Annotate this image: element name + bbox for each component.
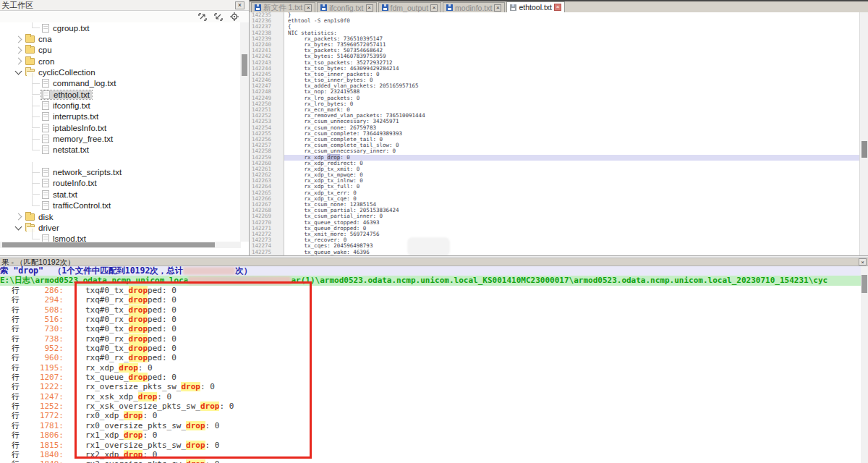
editor-line[interactable]: 142236ethtool -S enp1s0f0 bbox=[250, 18, 859, 24]
result-text: tx_queue_dropped: 0 bbox=[85, 373, 176, 382]
result-line-number: 738: bbox=[19, 334, 64, 344]
collapse-all-icon[interactable] bbox=[214, 13, 223, 21]
result-row[interactable]: 行516:rxq#0_rx_dropped: 0 bbox=[0, 315, 859, 324]
match-post: : 0 bbox=[205, 459, 220, 463]
result-text: rxq#0_rx_dropped: 0 bbox=[85, 315, 176, 324]
tab-label: 新文件 1.txt bbox=[263, 3, 302, 13]
result-file-path[interactable]: E:\日志\armod0523.odata.ncmp.unicom.locaar… bbox=[0, 276, 868, 286]
results-vscrollbar[interactable] bbox=[861, 266, 868, 463]
chevron-right-icon[interactable] bbox=[15, 213, 22, 221]
result-row[interactable]: 行738:rxq#0_rx_dropped: 0 bbox=[0, 334, 859, 344]
tree-vscrollbar[interactable] bbox=[240, 22, 249, 242]
locate-file-icon[interactable] bbox=[230, 12, 239, 21]
search-match: drop bbox=[138, 392, 158, 402]
editor-line[interactable]: 142237{ bbox=[250, 24, 859, 30]
scrollbar-thumb[interactable] bbox=[861, 275, 867, 293]
result-row[interactable]: 行1772:rx0_xdp_drop: 0 bbox=[0, 411, 859, 420]
editor-line-text: tx_xmit_more: 569724756 bbox=[284, 232, 859, 237]
row-prefix-label: 行 bbox=[0, 363, 19, 373]
result-row[interactable]: 行1247:rx_xsk_xdp_drop: 0 bbox=[0, 392, 859, 402]
result-row[interactable]: 行960:rxq#0_rx_dropped: 0 bbox=[0, 353, 859, 362]
editor-vscrollbar[interactable] bbox=[859, 12, 868, 255]
workspace-titlebar: 关工作区 × bbox=[0, 0, 249, 11]
chevron-down-icon[interactable] bbox=[15, 223, 22, 230]
tree-connector bbox=[32, 195, 40, 206]
match-post: : 0 bbox=[205, 421, 220, 430]
tree-selected-item[interactable]: ethtool.txt bbox=[41, 90, 92, 99]
result-row[interactable]: 行1195:rx_xdp_drop: 0 bbox=[0, 363, 859, 373]
result-row[interactable]: 行1207:tx_queue_dropped: 0 bbox=[0, 373, 859, 382]
row-prefix-label: 行 bbox=[0, 334, 19, 344]
workspace-panel: 关工作区 × cgroup.txtcnacpucroncyclicCollect… bbox=[0, 0, 250, 255]
match-post: ped: 0 bbox=[148, 305, 176, 315]
expand-all-icon[interactable] bbox=[198, 13, 207, 21]
close-icon[interactable]: × bbox=[554, 4, 561, 11]
tree-item-label: stat.txt bbox=[53, 190, 77, 199]
result-row[interactable]: 行1222:rx_oversize_pkts_sw_drop: 0 bbox=[0, 382, 859, 391]
editor-line-text: rx_lro_packets: 0 bbox=[284, 95, 859, 101]
editor-pane[interactable]: 142235}142236ethtool -S enp1s0f0142237{1… bbox=[250, 12, 859, 255]
sidebar-item-disk[interactable]: disk bbox=[0, 211, 241, 222]
tab--1.txt[interactable]: 新文件 1.txt× bbox=[251, 2, 315, 12]
scrollbar-thumb[interactable] bbox=[861, 141, 867, 158]
tree-item-label: netstat.txt bbox=[53, 145, 89, 154]
tree-item-label: cna bbox=[38, 35, 52, 43]
close-icon[interactable]: × bbox=[305, 4, 312, 12]
sidebar-item-cpu[interactable]: cpu bbox=[0, 45, 241, 56]
result-line-number: 730: bbox=[19, 324, 64, 334]
result-row[interactable]: 行508:txq#0_tx_dropped: 0 bbox=[0, 305, 859, 315]
sidebar-item-netstat.txt[interactable]: netstat.txt bbox=[0, 145, 241, 156]
tab-ethtool.txt[interactable]: ethtool.txt× bbox=[506, 1, 565, 12]
result-text: txq#0_tx_dropped: 0 bbox=[85, 286, 176, 295]
tree-item-label: iptablesInfo.txt bbox=[53, 124, 106, 132]
file-icon bbox=[42, 24, 49, 33]
tree-connector bbox=[32, 229, 40, 239]
result-row[interactable]: 行1806:rx1_xdp_drop: 0 bbox=[0, 430, 859, 440]
chevron-right-icon[interactable] bbox=[15, 46, 22, 54]
sidebar-item-cgroup.txt[interactable]: cgroup.txt bbox=[0, 22, 241, 33]
result-row[interactable]: 行952:txq#0_tx_dropped: 0 bbox=[0, 344, 859, 353]
close-icon[interactable]: × bbox=[366, 4, 373, 12]
sidebar-item-trafficControl.txt[interactable]: trafficControl.txt bbox=[0, 200, 241, 211]
match-post: ped: 0 bbox=[148, 315, 176, 324]
result-row[interactable]: 行1840:rx2_xdp_drop: 0 bbox=[0, 450, 859, 459]
chevron-right-icon[interactable] bbox=[15, 35, 22, 43]
result-row[interactable]: 行294:rxq#0_rx_dropped: 0 bbox=[0, 295, 859, 305]
tab-ifconfig.txt[interactable]: ifconfig.txt× bbox=[317, 2, 376, 12]
tree-hscrollbar[interactable] bbox=[0, 242, 241, 248]
result-row[interactable]: 行1252:rx_xsk_oversize_pkts_sw_drop: 0 bbox=[0, 402, 859, 411]
match-post: ped: 0 bbox=[148, 344, 176, 353]
match-post: : 0 bbox=[200, 382, 215, 391]
close-icon[interactable]: × bbox=[859, 258, 867, 266]
tree-connector bbox=[32, 129, 40, 140]
chevron-down-icon[interactable] bbox=[15, 68, 22, 75]
row-prefix-label: 行 bbox=[0, 286, 19, 295]
scrollbar-thumb[interactable] bbox=[2, 242, 215, 247]
sidebar-item-lsmod.txt[interactable]: lsmod.txt bbox=[0, 234, 241, 242]
scrollbar-thumb[interactable] bbox=[242, 54, 247, 76]
file-icon bbox=[43, 90, 50, 99]
sidebar-item-cron[interactable]: cron bbox=[0, 56, 241, 67]
sidebar-item-cna[interactable]: cna bbox=[0, 33, 241, 44]
chevron-right-icon[interactable] bbox=[15, 58, 22, 65]
result-text: rxq#0_rx_dropped: 0 bbox=[85, 334, 176, 344]
result-row[interactable]: 行1849:rx2_oversize_pkts_sw_drop: 0 bbox=[0, 459, 859, 463]
tab-fdm_output[interactable]: fdm_output× bbox=[378, 2, 442, 12]
result-row[interactable]: 行730:txq#0_tx_dropped: 0 bbox=[0, 324, 859, 334]
editor-line-text: rx_csum_unnecessary_inner: 0 bbox=[284, 148, 859, 154]
app-window: 关工作区 × cgroup.txtcnacpucroncyclicCollect… bbox=[0, 0, 868, 463]
result-row[interactable]: 行286:txq#0_tx_dropped: 0 bbox=[0, 286, 859, 295]
close-icon[interactable]: × bbox=[494, 4, 501, 12]
tab-modinfo.txt[interactable]: modinfo.txt× bbox=[443, 2, 505, 12]
editor-line-text: rx_xdp_tx_full: 0 bbox=[284, 184, 859, 190]
close-icon[interactable]: × bbox=[430, 4, 438, 12]
match-pre: rxq#0_rx_ bbox=[85, 295, 129, 305]
close-icon[interactable]: × bbox=[235, 1, 244, 9]
row-prefix-label: 行 bbox=[0, 430, 19, 440]
editor-line[interactable]: 142275 tx_queue_wake: 46396 bbox=[250, 250, 859, 255]
result-row[interactable]: 行1815:rx1_oversize_pkts_sw_drop: 0 bbox=[0, 441, 859, 450]
result-row[interactable]: 行1781:rx0_oversize_pkts_sw_drop: 0 bbox=[0, 421, 859, 430]
result-text: txq#0_tx_dropped: 0 bbox=[85, 344, 176, 353]
result-line-number: 952: bbox=[19, 344, 64, 353]
result-line-number: 1247: bbox=[19, 392, 64, 402]
